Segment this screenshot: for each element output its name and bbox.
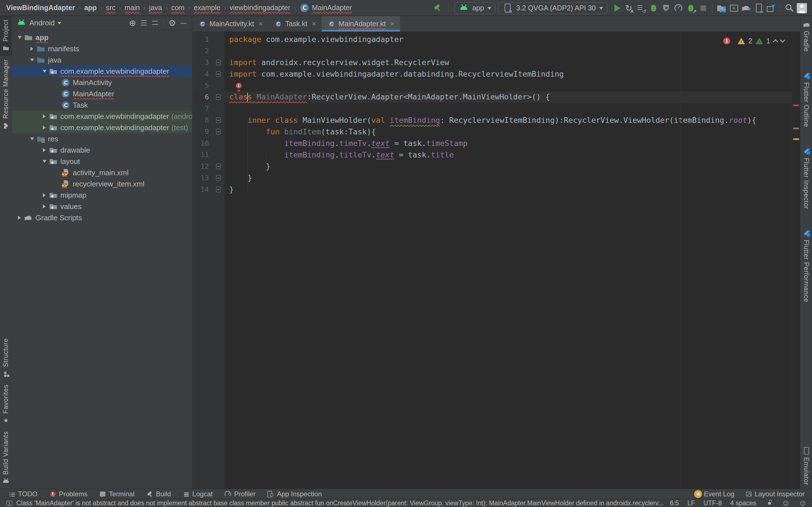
tool-window-button-app-inspection[interactable]: App Inspection [266, 490, 322, 499]
fold-marker[interactable] [212, 129, 224, 135]
breadcrumb-item[interactable]: src [106, 4, 115, 12]
tab-task-kt[interactable]: CTask.kt× [268, 16, 322, 32]
tree-row[interactable]: drawable [12, 145, 192, 156]
sidebar-item-flutter-outline[interactable]: Flutter Outline [801, 68, 812, 130]
tree-row[interactable]: layout [12, 156, 192, 167]
close-icon[interactable]: × [312, 19, 316, 28]
tree-row[interactable]: CMainActivity [12, 77, 192, 88]
tree-chevron-right[interactable] [41, 205, 49, 209]
sidebar-item-emulator[interactable]: Emulator [801, 443, 812, 489]
tree-row[interactable]: java [12, 54, 192, 66]
code-editor[interactable]: 1package com.example.viewbindingadapter2… [193, 32, 792, 489]
tree-chevron-down[interactable] [28, 57, 36, 63]
run-config-select[interactable]: app [455, 2, 496, 14]
breadcrumb-item[interactable]: main [124, 4, 140, 12]
file-encoding[interactable]: UTF-8 [703, 499, 722, 507]
tree-row[interactable]: <>activity_main.xml [12, 167, 192, 178]
run-with-coverage-button[interactable] [660, 2, 672, 14]
breadcrumb-item[interactable]: java [149, 4, 162, 12]
tab-mainactivity-kt[interactable]: CMainActivity.kt× [193, 16, 268, 32]
run-button[interactable] [610, 2, 622, 14]
tree-row[interactable]: res [12, 133, 192, 145]
breadcrumb-item[interactable]: app [84, 4, 97, 12]
sidebar-item-resource-manager[interactable]: Resource Manager [0, 56, 12, 133]
tree-chevron-down[interactable] [41, 158, 49, 165]
tool-window-button-layout-inspector[interactable]: Layout Inspector [744, 490, 805, 499]
tab-mainadapter-kt[interactable]: CMainAdapter.kt× [322, 16, 400, 32]
error-stripe[interactable] [792, 32, 800, 489]
tree-row[interactable]: com.example.viewbindingadapter [12, 66, 192, 77]
minus-button[interactable] [178, 17, 189, 29]
tree-row[interactable]: Gradle Scripts [12, 212, 192, 223]
tree-chevron-right[interactable] [28, 47, 36, 51]
fold-marker[interactable] [212, 71, 224, 77]
fold-marker[interactable] [212, 163, 224, 169]
warning-count-icon[interactable]: ! [738, 38, 745, 44]
sidebar-item-project[interactable]: Project [0, 16, 12, 56]
project-view-selector[interactable]: Android [29, 18, 55, 27]
tree-chevron-down[interactable] [16, 34, 24, 41]
line-separator[interactable]: LF [688, 499, 695, 507]
tree-row[interactable]: values [12, 201, 192, 212]
tool-window-toggle-icon[interactable] [6, 500, 13, 506]
sidebar-item-structure[interactable]: Structure [0, 335, 12, 381]
collapse-button[interactable] [149, 17, 161, 29]
error-stripe-mark-weak-warning[interactable] [793, 128, 799, 129]
tool-window-button-todo[interactable]: TODO [7, 490, 38, 499]
expand-button[interactable] [138, 17, 149, 29]
tool-window-button-logcat[interactable]: Logcat [182, 490, 213, 499]
tree-row[interactable]: CTask [12, 100, 192, 111]
device-file-explorer-button[interactable] [715, 2, 728, 14]
apply-changes-restart-button[interactable] [622, 2, 635, 14]
error-stripe-mark-error[interactable] [793, 105, 799, 106]
next-problem-icon[interactable] [780, 38, 785, 43]
breadcrumb-item[interactable]: viewbindingadapter [230, 4, 290, 12]
fold-marker[interactable] [212, 175, 224, 181]
fold-marker[interactable] [212, 94, 224, 100]
sidebar-item-favorites[interactable]: Favorites [0, 381, 12, 428]
tree-row[interactable]: com.example.viewbindingadapter(test) [12, 122, 192, 133]
gear-button[interactable] [167, 17, 178, 29]
fold-marker[interactable] [212, 117, 224, 123]
tree-chevron-right[interactable] [16, 216, 24, 220]
tool-window-button-profiler[interactable]: Profiler [223, 490, 255, 499]
tree-chevron-down[interactable] [41, 68, 49, 75]
tree-row[interactable]: CMainAdapter [12, 88, 192, 100]
tool-window-button-terminal[interactable]: Terminal [98, 490, 135, 499]
attach-debugger-button[interactable] [684, 2, 697, 14]
tool-window-button-problems[interactable]: Problems [48, 490, 87, 499]
error-stripe-mark-warning[interactable] [793, 138, 799, 140]
device-manager-button[interactable] [753, 2, 765, 14]
happy-feedback-icon[interactable] [783, 500, 789, 506]
stop-button[interactable] [697, 2, 709, 14]
tree-row[interactable]: manifests [12, 43, 192, 54]
error-count-icon[interactable]: 1 [723, 38, 730, 45]
tree-row[interactable]: com.example.viewbindingadapter(androidTe… [12, 111, 192, 122]
tree-row[interactable]: app [12, 32, 192, 43]
tree-chevron-right[interactable] [41, 148, 49, 152]
device-select[interactable]: 3.2 QVGA (ADP2) API 30 [499, 2, 607, 14]
indent-setting[interactable]: 4 spaces [730, 499, 756, 507]
target-button[interactable] [127, 17, 138, 29]
breadcrumb-item[interactable]: ViewBindingAdapter [6, 4, 75, 12]
profile-button[interactable] [672, 2, 684, 14]
profile-avatar-button[interactable] [796, 2, 808, 14]
previous-problem-icon[interactable] [773, 39, 778, 44]
sync-gradle-button[interactable] [740, 2, 753, 14]
breadcrumb-item[interactable]: example [194, 4, 220, 12]
tree-chevron-right[interactable] [41, 114, 49, 118]
sad-feedback-icon[interactable] [800, 500, 806, 506]
chevron-down-icon[interactable] [57, 22, 61, 26]
tree-row[interactable]: mipmap [12, 189, 192, 201]
sidebar-item-gradle[interactable]: Gradle [801, 16, 812, 55]
apply-code-changes-button[interactable] [635, 2, 647, 14]
sidebar-item-flutter-performance[interactable]: Flutter Performance [801, 226, 812, 305]
run-anything-button[interactable] [728, 2, 740, 14]
tree-row[interactable]: <>recyclerview_item.xml [12, 178, 192, 189]
error-lightbulb-icon[interactable] [236, 83, 242, 89]
lock-icon[interactable] [766, 500, 772, 506]
tool-window-button-event-log[interactable]: 4Event Log [694, 490, 734, 498]
fold-marker[interactable] [212, 186, 224, 192]
search-everywhere-button[interactable] [783, 2, 796, 14]
tree-chevron-right[interactable] [41, 126, 49, 129]
